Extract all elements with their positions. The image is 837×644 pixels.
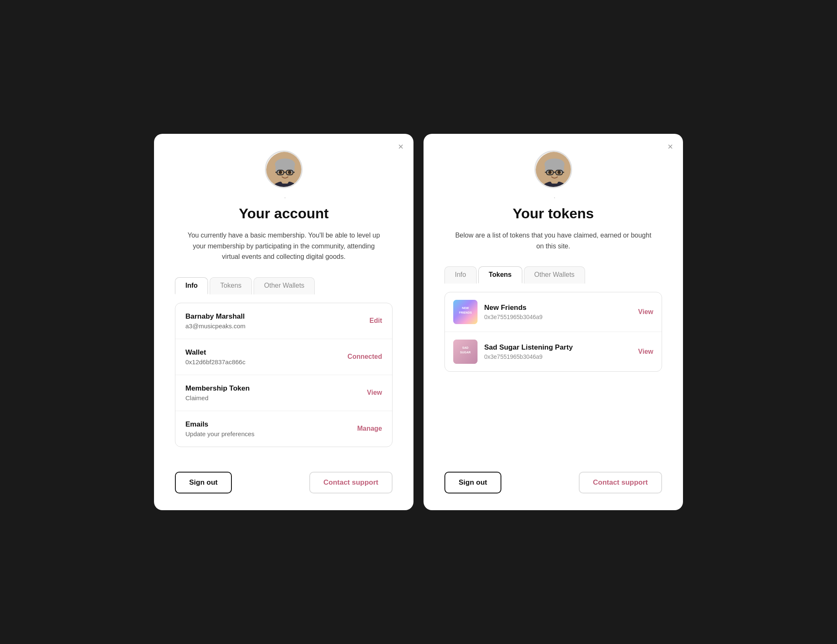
sad-sugar-thumbnail: SAD SUGAR	[453, 340, 478, 364]
sad-sugar-address: 0x3e7551965b3046a9	[484, 353, 632, 360]
svg-text:NEW: NEW	[462, 307, 469, 309]
emails-manage-button[interactable]: Manage	[357, 425, 382, 432]
name-info: Barnaby Marshall a3@musicpeaks.com	[185, 312, 246, 330]
wallet-address: 0x12d6bf2837ac866c	[185, 358, 245, 365]
email-value: a3@musicpeaks.com	[185, 322, 246, 330]
svg-point-27	[557, 171, 561, 174]
new-friends-info: New Friends 0x3e7551965b3046a9	[484, 304, 632, 320]
membership-view-button[interactable]: View	[367, 389, 382, 396]
tokens-modal-title: Your tokens	[513, 205, 594, 222]
tokens-modal: × · Your tokens Below are a list of toke…	[424, 134, 683, 510]
tokens-modal-subtitle: Below are a list of tokens that you have…	[453, 230, 654, 251]
token-row-sad-sugar: SAD SUGAR Sad Sugar Listening Party 0x3e…	[445, 332, 662, 371]
modal-footer: Sign out Contact support	[175, 472, 393, 493]
tokens-tab-info[interactable]: Info	[444, 266, 477, 284]
membership-label: Membership Token	[185, 384, 250, 393]
membership-info: Membership Token Claimed	[185, 384, 250, 401]
tokens-modal-footer: Sign out Contact support	[444, 472, 662, 493]
tab-other-wallets[interactable]: Other Wallets	[254, 277, 315, 294]
name-label: Barnaby Marshall	[185, 312, 246, 321]
tokens-avatar	[534, 151, 572, 188]
svg-text:FRIENDS: FRIENDS	[459, 311, 472, 314]
sad-sugar-name: Sad Sugar Listening Party	[484, 343, 632, 352]
signout-button[interactable]: Sign out	[175, 472, 232, 493]
close-button[interactable]: ×	[398, 142, 403, 151]
svg-point-26	[548, 171, 552, 174]
edit-button[interactable]: Edit	[370, 317, 382, 325]
tokens-tabs-container: Info Tokens Other Wallets	[444, 266, 585, 284]
emails-label: Emails	[185, 420, 254, 429]
avatar-dot: ·	[284, 193, 286, 202]
emails-row: Emails Update your preferences Manage	[175, 411, 392, 447]
sad-sugar-view-button[interactable]: View	[638, 348, 653, 355]
svg-text:SUGAR: SUGAR	[460, 351, 470, 354]
name-row: Barnaby Marshall a3@musicpeaks.com Edit	[175, 303, 392, 339]
wallet-info: Wallet 0x12d6bf2837ac866c	[185, 348, 245, 365]
membership-token-row: Membership Token Claimed View	[175, 375, 392, 411]
modal-title: Your account	[239, 205, 329, 222]
emails-info: Emails Update your preferences	[185, 420, 254, 437]
avatar	[265, 151, 303, 188]
tokens-tab-other-wallets[interactable]: Other Wallets	[524, 266, 585, 284]
membership-status: Claimed	[185, 394, 250, 401]
tab-info[interactable]: Info	[175, 277, 208, 294]
wallet-label: Wallet	[185, 348, 245, 357]
wallet-row: Wallet 0x12d6bf2837ac866c Connected	[175, 339, 392, 375]
account-modal: × · Your account Yo	[154, 134, 413, 510]
new-friends-address: 0x3e7551965b3046a9	[484, 314, 632, 320]
tokens-close-button[interactable]: ×	[668, 142, 673, 151]
tabs-container: Info Tokens Other Wallets	[175, 277, 315, 294]
svg-point-13	[288, 171, 291, 174]
svg-text:SAD: SAD	[462, 346, 469, 349]
emails-value: Update your preferences	[185, 430, 254, 437]
new-friends-thumbnail: NEW FRIENDS	[453, 300, 478, 324]
wallet-status-button[interactable]: Connected	[347, 353, 382, 360]
tokens-tab-tokens[interactable]: Tokens	[478, 266, 522, 284]
new-friends-name: New Friends	[484, 304, 632, 312]
new-friends-view-button[interactable]: View	[638, 308, 653, 316]
modal-subtitle: You currently have a basic membership. Y…	[183, 230, 384, 262]
tab-tokens[interactable]: Tokens	[210, 277, 252, 294]
svg-point-12	[279, 171, 282, 174]
token-row-new-friends: NEW FRIENDS New Friends 0x3e7551965b3046…	[445, 292, 662, 332]
info-panel: Barnaby Marshall a3@musicpeaks.com Edit …	[175, 303, 393, 447]
contact-support-button[interactable]: Contact support	[309, 472, 393, 493]
tokens-signout-button[interactable]: Sign out	[444, 472, 501, 493]
tokens-contact-support-button[interactable]: Contact support	[579, 472, 662, 493]
tokens-panel: NEW FRIENDS New Friends 0x3e7551965b3046…	[444, 292, 662, 372]
sad-sugar-info: Sad Sugar Listening Party 0x3e7551965b30…	[484, 343, 632, 360]
tokens-avatar-dot: ·	[553, 193, 555, 202]
